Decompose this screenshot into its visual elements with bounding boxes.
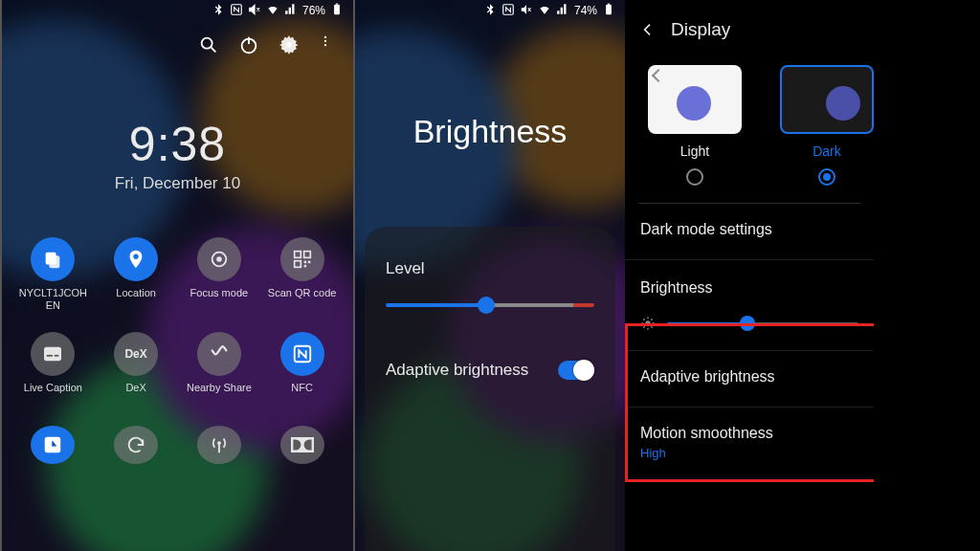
theme-option-dark[interactable]: Dark (780, 65, 874, 186)
signal-icon (556, 3, 569, 19)
qs-action-row (2, 21, 353, 55)
qs-tile-dolby[interactable] (260, 426, 344, 464)
slider-thumb[interactable] (478, 297, 495, 314)
svg-point-3 (202, 38, 212, 49)
light-preview (648, 65, 742, 134)
brightness-slider[interactable] (667, 322, 858, 325)
qs-tile-label: Scan QR code (268, 287, 337, 310)
wifi-icon (538, 3, 551, 19)
power-icon[interactable] (238, 34, 259, 55)
qs-tile-nyclt[interactable]: NYCLT1JCOH EN (11, 237, 95, 311)
theme-chooser: Light Dark (625, 50, 874, 186)
qs-tile-location[interactable]: Location (95, 237, 178, 311)
gear-icon[interactable] (278, 34, 300, 55)
level-label: Level (386, 259, 594, 278)
light-radio[interactable] (686, 168, 703, 186)
back-icon[interactable] (640, 22, 656, 37)
dolby-icon (280, 426, 324, 464)
signal-icon (284, 3, 298, 19)
sync-icon (114, 426, 158, 464)
qs-tile-label: Nearby Share (187, 382, 252, 405)
qs-tile-qr[interactable]: Scan QR code (260, 237, 344, 311)
mute-icon (520, 3, 533, 19)
svg-rect-28 (606, 4, 612, 14)
theme-option-light[interactable]: Light (648, 65, 742, 186)
svg-point-25 (217, 442, 221, 446)
qs-tile-antenna[interactable] (178, 426, 261, 464)
slider-thumb[interactable] (740, 316, 755, 331)
bluetooth-icon (483, 3, 497, 19)
svg-rect-14 (294, 252, 301, 258)
brightness-label: Brightness (640, 279, 858, 297)
brightness-section: Brightness (625, 259, 874, 350)
qs-tile-nearby[interactable]: Nearby Share (178, 332, 261, 405)
qs-tile-label: Location (116, 287, 156, 310)
qs-tile-label: NYCLT1JCOH EN (19, 287, 87, 311)
brightness-settings-panel: 74% Brightness Level Adaptive brightness (355, 0, 625, 551)
svg-rect-19 (303, 265, 306, 268)
motion-smoothness-row[interactable]: Motion smoothness High (625, 407, 874, 477)
battery-icon (330, 3, 344, 19)
svg-rect-15 (303, 252, 310, 258)
adaptive-brightness-toggle[interactable] (558, 361, 594, 380)
brightness-slider-row (640, 316, 858, 331)
search-icon[interactable] (198, 34, 219, 55)
qs-tile-label: DeX (125, 382, 145, 405)
status-bar: 76% (2, 0, 353, 21)
motion-label: Motion smoothness (640, 425, 858, 442)
qs-tile-focus[interactable]: Focus mode (178, 237, 261, 311)
light-label: Light (680, 143, 709, 159)
adaptive-brightness-row[interactable]: Adaptive brightness (625, 350, 874, 407)
location-icon (114, 237, 158, 281)
svg-point-8 (324, 40, 326, 42)
svg-point-30 (645, 320, 650, 325)
svg-rect-2 (336, 3, 338, 4)
brightness-card: Level Adaptive brightness (365, 227, 615, 551)
clock-icon (31, 426, 75, 464)
battery-icon (602, 3, 615, 19)
svg-rect-11 (50, 255, 60, 268)
sun-icon (640, 316, 656, 331)
copy-icon (31, 237, 75, 281)
dark-label: Dark (813, 143, 841, 159)
clock-block: 9:38 Fri, December 10 (2, 117, 353, 193)
nfc-mini-icon (501, 3, 515, 19)
toggle-knob (573, 360, 594, 381)
more-icon[interactable] (319, 34, 332, 55)
svg-point-13 (216, 256, 222, 262)
display-settings-panel: Display Light Dark Dark mode settings Br… (625, 0, 874, 551)
time-text: 9:38 (2, 117, 353, 172)
caption-icon (31, 332, 75, 376)
qs-tile-sync[interactable] (95, 426, 178, 464)
qs-tile-clock[interactable] (11, 426, 95, 464)
dex-icon: DeX (114, 332, 158, 376)
qs-tile-label: Live Caption (24, 382, 82, 405)
dark-mode-settings-label: Dark mode settings (640, 221, 858, 238)
svg-point-9 (324, 44, 326, 46)
svg-rect-18 (307, 261, 310, 264)
qs-tile-caption[interactable]: Live Caption (11, 332, 95, 405)
qr-icon (280, 237, 324, 281)
nearby-icon (197, 332, 241, 376)
svg-rect-1 (334, 4, 340, 14)
brightness-level-slider[interactable] (386, 303, 594, 307)
quick-settings-grid: NYCLT1JCOH EN Location Focus mode Scan Q… (2, 193, 353, 464)
qs-tile-nfc[interactable]: NFC (260, 332, 344, 405)
qs-tile-label: Focus mode (190, 287, 249, 310)
adaptive-brightness-row[interactable]: Adaptive brightness (386, 361, 594, 380)
motion-value: High (640, 446, 858, 460)
nfc-mini-icon (230, 3, 243, 19)
page-title: Display (671, 19, 730, 40)
battery-pct: 74% (574, 4, 597, 17)
svg-point-7 (324, 36, 326, 38)
svg-rect-20 (44, 347, 61, 361)
adaptive-label: Adaptive brightness (386, 361, 528, 380)
dark-mode-settings-row[interactable]: Dark mode settings (625, 204, 874, 259)
date-text: Fri, December 10 (2, 174, 353, 193)
dark-preview (780, 65, 874, 134)
dark-radio[interactable] (818, 168, 835, 186)
quick-settings-panel: 76% 9:38 Fri, December 10 NYCLT1JCOH EN … (0, 0, 355, 551)
qs-tile-dex[interactable]: DeX DeX (95, 332, 178, 405)
svg-rect-17 (303, 261, 306, 264)
wifi-icon (266, 3, 279, 19)
